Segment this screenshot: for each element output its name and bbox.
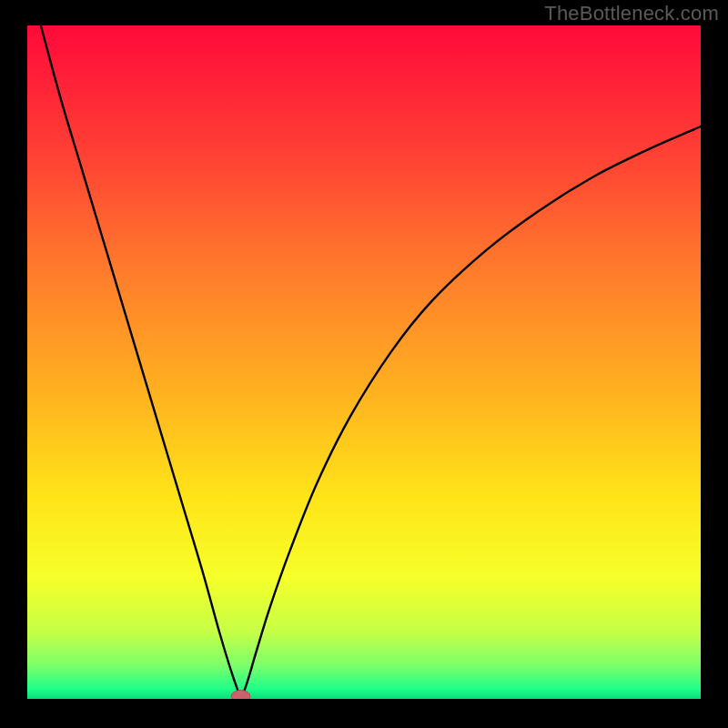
- watermark-text: TheBottleneck.com: [544, 2, 719, 25]
- plot-svg: [27, 25, 701, 699]
- plot-area: [27, 25, 701, 699]
- chart-frame: TheBottleneck.com: [0, 0, 728, 728]
- gradient-background: [27, 25, 701, 699]
- minimum-marker: [231, 690, 250, 699]
